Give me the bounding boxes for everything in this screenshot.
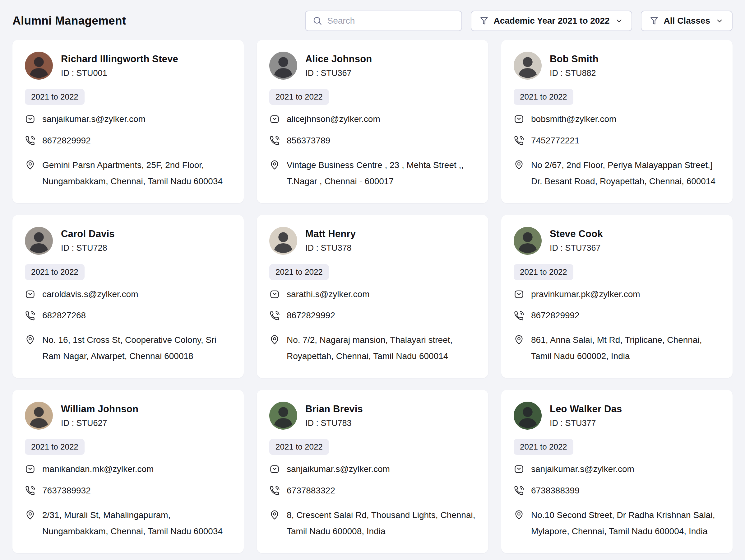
search-box[interactable] (305, 10, 462, 31)
alumni-id: ID : STU783 (305, 418, 363, 428)
alumni-id: ID : STU882 (550, 68, 598, 78)
email-row: sanjaikumar.s@zylker.com (25, 114, 231, 125)
alumni-card[interactable]: Carol Davis ID : STU728 2021 to 2022 car… (12, 215, 244, 378)
funnel-icon (480, 16, 489, 26)
address-row: No.10 Second Street, Dr Radha Krishnan S… (514, 507, 720, 539)
phone-row: 6737883322 (269, 485, 476, 497)
alumni-card[interactable]: William Johnson ID : STU627 2021 to 2022… (12, 390, 244, 553)
email-row: caroldavis.s@zylker.com (25, 289, 231, 300)
person-silhouette-icon (25, 52, 53, 80)
mail-icon (269, 114, 280, 124)
card-head: Brian Brevis ID : STU783 (269, 402, 476, 430)
alumni-card[interactable]: Leo Walker Das ID : STU377 2021 to 2022 … (501, 390, 733, 553)
head-text: Richard Illingworth Steve ID : STU001 (61, 54, 178, 78)
year-badge: 2021 to 2022 (269, 264, 329, 280)
head-text: Brian Brevis ID : STU783 (305, 404, 363, 428)
location-pin-icon (514, 335, 524, 345)
year-badge: 2021 to 2022 (25, 439, 85, 455)
phone-text: 8672829992 (42, 135, 91, 147)
email-text: sarathi.s@zylker.com (287, 289, 370, 300)
alumni-card[interactable]: Matt Henry ID : STU378 2021 to 2022 sara… (257, 215, 488, 378)
address-text: No.10 Second Street, Dr Radha Krishnan S… (531, 507, 720, 539)
email-text: sanjaikumar.s@zylker.com (531, 464, 634, 475)
card-head: Carol Davis ID : STU728 (25, 227, 231, 255)
alumni-name: Matt Henry (305, 228, 356, 240)
phone-icon (514, 135, 524, 146)
alumni-grid: Richard Illingworth Steve ID : STU001 20… (0, 40, 745, 560)
search-input[interactable] (327, 16, 455, 26)
mail-icon (514, 114, 524, 124)
address-row: Vintage Business Centre , 23 , Mehta Str… (269, 157, 476, 189)
phone-icon (269, 135, 280, 146)
address-row: No. 7/2, Nagaraj mansion, Thalayari stre… (269, 332, 476, 364)
year-badge: 2021 to 2022 (269, 439, 329, 455)
person-silhouette-icon (514, 227, 542, 255)
phone-icon (25, 135, 35, 146)
year-badge: 2021 to 2022 (514, 439, 573, 455)
phone-text: 8672829992 (531, 310, 580, 321)
phone-row: 7452772221 (514, 135, 720, 147)
address-text: 8, Crescent Salai Rd, Thousand Lights, C… (287, 507, 476, 539)
phone-icon (269, 485, 280, 496)
phone-row: 7637389932 (25, 485, 231, 497)
search-icon (313, 16, 322, 26)
avatar (269, 52, 297, 80)
phone-text: 7452772221 (531, 135, 580, 147)
alumni-name: Bob Smith (550, 54, 598, 65)
avatar (269, 227, 297, 255)
alumni-name: William Johnson (61, 404, 138, 415)
avatar (514, 227, 542, 255)
alumni-card[interactable]: Richard Illingworth Steve ID : STU001 20… (12, 40, 244, 203)
alumni-card[interactable]: Alice Johnson ID : STU367 2021 to 2022 a… (257, 40, 488, 203)
alumni-card[interactable]: Brian Brevis ID : STU783 2021 to 2022 sa… (257, 390, 488, 553)
alumni-card[interactable]: Steve Cook ID : STU7367 2021 to 2022 pra… (501, 215, 733, 378)
year-badge: 2021 to 2022 (269, 89, 329, 105)
email-row: pravinkumar.pk@zylker.com (514, 289, 720, 300)
alumni-card[interactable]: Bob Smith ID : STU882 2021 to 2022 bobsm… (501, 40, 733, 203)
phone-text: 6738388399 (531, 485, 580, 497)
avatar (25, 52, 53, 80)
academic-year-filter[interactable]: Academic Year 2021 to 2022 (471, 10, 632, 31)
email-text: alicejhnson@zylker.com (287, 114, 380, 125)
phone-row: 856373789 (269, 135, 476, 147)
alumni-id: ID : STU367 (305, 68, 372, 78)
person-silhouette-icon (25, 227, 53, 255)
funnel-icon (650, 16, 659, 26)
address-text: Gemini Parsn Apartments, 25F, 2nd Floor,… (42, 157, 231, 189)
location-pin-icon (514, 509, 524, 520)
head-text: Matt Henry ID : STU378 (305, 228, 356, 253)
alumni-id: ID : STU378 (305, 243, 356, 253)
location-pin-icon (269, 160, 280, 170)
location-pin-icon (25, 509, 35, 520)
year-badge: 2021 to 2022 (25, 89, 85, 105)
address-row: 861, Anna Salai, Mt Rd, Triplicane, Chen… (514, 332, 720, 364)
head-text: Leo Walker Das ID : STU377 (550, 404, 622, 428)
alumni-name: Carol Davis (61, 228, 115, 240)
person-silhouette-icon (269, 52, 297, 80)
phone-icon (25, 485, 35, 496)
email-text: sanjaikumar.s@zylker.com (42, 114, 145, 125)
phone-row: 8672829992 (25, 135, 231, 147)
phone-row: 8672829992 (514, 310, 720, 321)
mail-icon (25, 114, 35, 124)
year-badge: 2021 to 2022 (514, 264, 573, 280)
avatar (514, 402, 542, 430)
email-row: sanjaikumar.s@zylker.com (514, 464, 720, 475)
classes-filter-label: All Classes (664, 16, 710, 26)
chevron-down-icon (615, 17, 623, 25)
alumni-name: Steve Cook (550, 228, 603, 240)
person-silhouette-icon (514, 402, 542, 430)
avatar (25, 227, 53, 255)
email-row: manikandan.mk@zylker.com (25, 464, 231, 475)
head-text: William Johnson ID : STU627 (61, 404, 138, 428)
alumni-id: ID : STU627 (61, 418, 138, 428)
person-silhouette-icon (25, 402, 53, 430)
address-row: 2/31, Murali St, Mahalingapuram, Nungamb… (25, 507, 231, 539)
phone-text: 682827268 (42, 310, 86, 321)
person-silhouette-icon (269, 402, 297, 430)
alumni-name: Brian Brevis (305, 404, 363, 415)
head-text: Alice Johnson ID : STU367 (305, 54, 372, 78)
address-row: No. 16, 1st Cross St, Cooperative Colony… (25, 332, 231, 364)
head-text: Bob Smith ID : STU882 (550, 54, 598, 78)
classes-filter[interactable]: All Classes (641, 10, 733, 31)
